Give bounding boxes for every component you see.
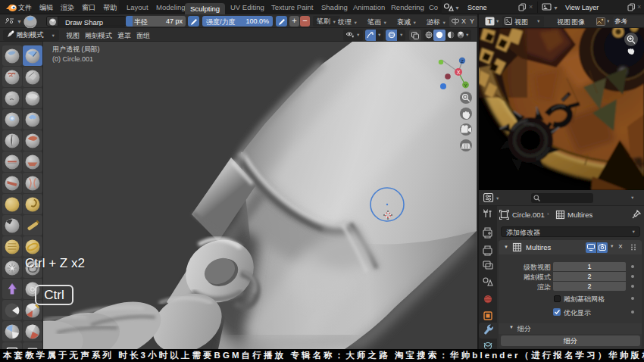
- svg-text:Y: Y: [464, 83, 467, 88]
- svg-text:T: T: [487, 17, 492, 25]
- svg-text:Z: Z: [461, 59, 464, 64]
- svg-text:X: X: [457, 70, 461, 75]
